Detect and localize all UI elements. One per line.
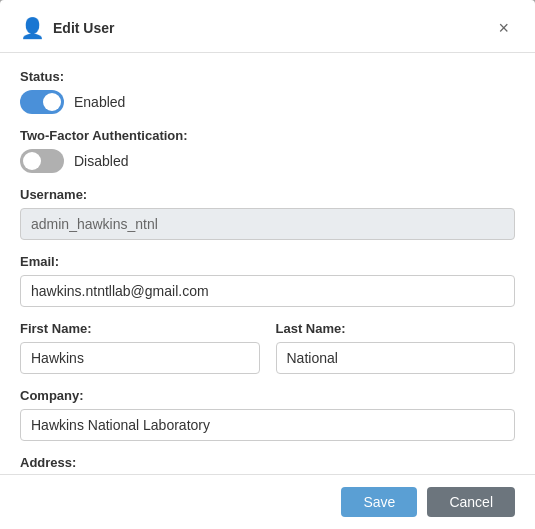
- status-toggle[interactable]: [20, 90, 64, 114]
- status-toggle-row: Enabled: [20, 90, 515, 114]
- cancel-button[interactable]: Cancel: [427, 487, 515, 517]
- two-factor-group: Two-Factor Authentication: Disabled: [20, 128, 515, 173]
- company-input[interactable]: [20, 409, 515, 441]
- name-row: First Name: Last Name:: [20, 321, 515, 374]
- two-factor-label: Two-Factor Authentication:: [20, 128, 515, 143]
- last-name-input[interactable]: [276, 342, 516, 374]
- close-button[interactable]: ×: [492, 17, 515, 39]
- status-slider: [20, 90, 64, 114]
- modal-header: 👤 Edit User ×: [0, 0, 535, 53]
- modal-body: Status: Enabled Two-Factor Authenticatio…: [0, 53, 535, 474]
- two-factor-slider: [20, 149, 64, 173]
- first-name-label: First Name:: [20, 321, 260, 336]
- company-group: Company:: [20, 388, 515, 441]
- company-label: Company:: [20, 388, 515, 403]
- two-factor-toggle-label: Disabled: [74, 153, 128, 169]
- username-input: [20, 208, 515, 240]
- page-title: Edit User: [53, 20, 114, 36]
- modal-title: 👤 Edit User: [20, 16, 114, 40]
- email-input[interactable]: [20, 275, 515, 307]
- email-group: Email:: [20, 254, 515, 307]
- address-label: Address:: [20, 455, 515, 470]
- name-group: First Name: Last Name:: [20, 321, 515, 374]
- edit-user-modal: 👤 Edit User × Status: Enabled Two: [0, 0, 535, 529]
- username-label: Username:: [20, 187, 515, 202]
- modal-footer: Save Cancel: [0, 474, 535, 529]
- save-button[interactable]: Save: [341, 487, 417, 517]
- two-factor-toggle[interactable]: [20, 149, 64, 173]
- status-toggle-label: Enabled: [74, 94, 125, 110]
- last-name-label: Last Name:: [276, 321, 516, 336]
- first-name-input[interactable]: [20, 342, 260, 374]
- user-icon: 👤: [20, 16, 45, 40]
- status-label: Status:: [20, 69, 515, 84]
- address-group: Address:: [20, 455, 515, 470]
- modal-overlay: 👤 Edit User × Status: Enabled Two: [0, 0, 535, 529]
- two-factor-toggle-row: Disabled: [20, 149, 515, 173]
- first-name-col: First Name:: [20, 321, 260, 374]
- last-name-col: Last Name:: [276, 321, 516, 374]
- username-group: Username:: [20, 187, 515, 240]
- email-label: Email:: [20, 254, 515, 269]
- status-group: Status: Enabled: [20, 69, 515, 114]
